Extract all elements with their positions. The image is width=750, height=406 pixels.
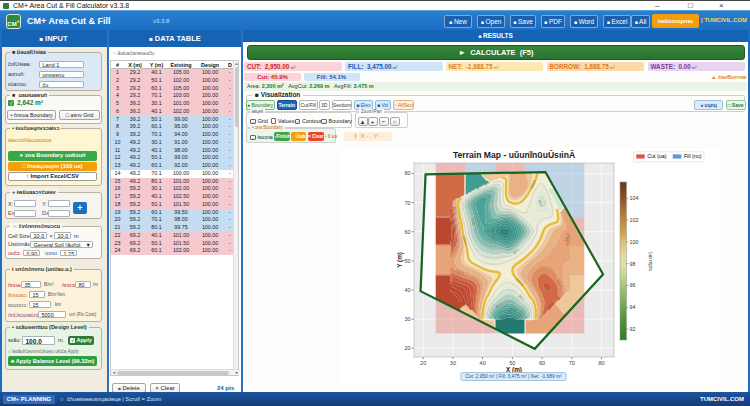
svg-text:Fill (nu): Fill (nu) bbox=[684, 153, 702, 159]
svg-text:20: 20 bbox=[420, 360, 426, 366]
svg-text:Cut (ua): Cut (ua) bbox=[647, 153, 666, 159]
svg-text:40: 40 bbox=[480, 360, 486, 366]
svg-text:80: 80 bbox=[598, 360, 604, 366]
svg-text:Cut: 2,950 m³ | Fill: 3,475: Cut: 2,950 m³ | Fill: 3,475 m³ | Net: -1… bbox=[465, 374, 562, 379]
svg-text:80: 80 bbox=[404, 171, 410, 177]
svg-text:szău (m): szău (m) bbox=[647, 251, 653, 271]
svg-text:60: 60 bbox=[539, 360, 545, 366]
svg-text:50: 50 bbox=[404, 258, 410, 264]
svg-text:96: 96 bbox=[630, 282, 636, 288]
svg-text:100: 100 bbox=[630, 239, 639, 245]
svg-text:70: 70 bbox=[569, 360, 575, 366]
svg-text:60: 60 bbox=[404, 229, 410, 235]
svg-text:102: 102 bbox=[630, 217, 639, 223]
svg-text:40: 40 bbox=[404, 287, 410, 293]
svg-text:30: 30 bbox=[404, 316, 410, 322]
svg-text:104.0: 104.0 bbox=[450, 221, 455, 230]
svg-text:92: 92 bbox=[630, 326, 636, 332]
svg-text:98: 98 bbox=[630, 261, 636, 267]
svg-text:70: 70 bbox=[404, 200, 410, 206]
svg-text:Y (m): Y (m) bbox=[396, 252, 404, 268]
svg-text:94: 94 bbox=[630, 304, 636, 310]
svg-text:Terrain Map - uǔunĩnūuŪsıinĀ: Terrain Map - uǔunĩnūuŪsıinĀ bbox=[453, 150, 575, 160]
svg-text:20: 20 bbox=[404, 345, 410, 351]
svg-text:104: 104 bbox=[630, 195, 639, 201]
svg-text:30: 30 bbox=[450, 360, 456, 366]
